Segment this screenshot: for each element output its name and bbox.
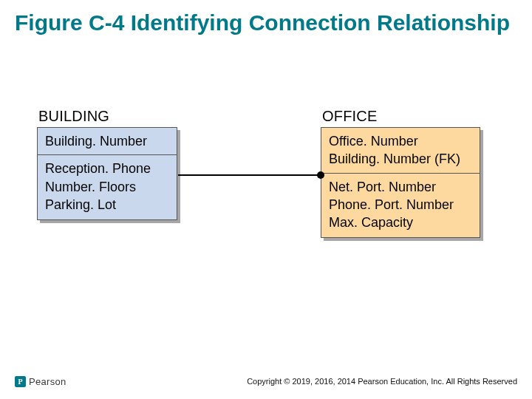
- attr-field: Net. Port. Number: [329, 178, 472, 196]
- logo-mark-icon: P: [15, 376, 26, 387]
- copyright-text: Copyright © 2019, 2016, 2014 Pearson Edu…: [247, 377, 517, 386]
- entity-building-attrs: Reception. Phone Number. Floors Parking.…: [38, 155, 177, 219]
- entity-office: Office. Number Building. Number (FK) Net…: [321, 127, 480, 238]
- slide: Figure C-4 Identifying Connection Relati…: [0, 0, 532, 399]
- pk-field: Office. Number: [329, 132, 472, 150]
- logo-text: Pearson: [29, 376, 66, 387]
- entity-building: Building. Number Reception. Phone Number…: [37, 127, 177, 220]
- entity-office-attrs: Net. Port. Number Phone. Port. Number Ma…: [321, 174, 480, 238]
- attr-field: Phone. Port. Number: [329, 196, 472, 214]
- attr-field: Reception. Phone: [45, 160, 169, 177]
- pearson-logo: P Pearson: [15, 376, 66, 387]
- attr-field: Number. Floors: [45, 178, 169, 196]
- relationship-endpoint-icon: [317, 171, 324, 179]
- pk-field: Building. Number (FK): [329, 150, 472, 168]
- entity-label-office: OFFICE: [322, 108, 378, 125]
- entity-label-building: BUILDING: [38, 108, 109, 125]
- attr-field: Parking. Lot: [45, 196, 169, 214]
- entity-building-pk: Building. Number: [38, 128, 177, 155]
- attr-field: Max. Capacity: [329, 214, 472, 231]
- er-diagram: BUILDING Building. Number Reception. Pho…: [37, 108, 495, 278]
- footer: P Pearson Copyright © 2019, 2016, 2014 P…: [15, 371, 517, 386]
- page-title: Figure C-4 Identifying Connection Relati…: [15, 10, 517, 36]
- relationship-line: [178, 174, 321, 176]
- pk-field: Building. Number: [45, 132, 169, 150]
- entity-office-pk: Office. Number Building. Number (FK): [321, 128, 480, 174]
- logo-mark-letter: P: [18, 378, 22, 386]
